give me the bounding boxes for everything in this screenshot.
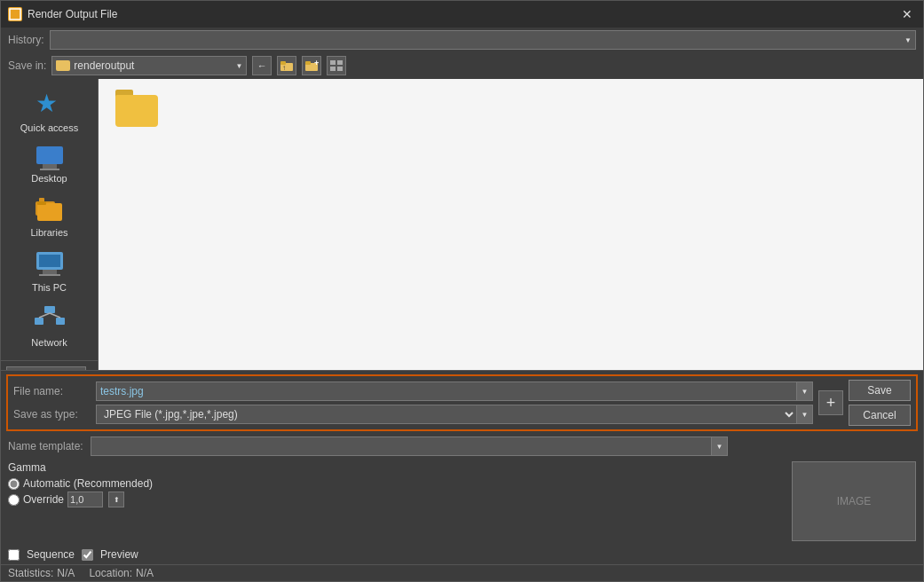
statistics-value: N/A	[57, 567, 75, 579]
statistics-item: Statistics: N/A	[8, 567, 75, 579]
file-name-row: File name: ▼	[13, 381, 813, 401]
sidebar-item-label: Quick access	[20, 122, 78, 133]
sidebar-buttons: Devices... Setup... Info... View	[1, 360, 98, 370]
svg-line-26	[39, 313, 50, 318]
options-section: Gamma Automatic (Recommended) Override ⬆…	[1, 458, 923, 545]
sidebar-item-this-pc[interactable]: This PC	[10, 245, 90, 298]
save-in-row: Save in: renderoutput ▼ ← ↑ +	[1, 52, 923, 79]
sidebar-item-libraries[interactable]: Libraries	[10, 191, 90, 243]
left-sidebar: ★ Quick access Desktop	[1, 79, 99, 370]
bottom-section: File name: ▼ Save as type: JPEG File (*.…	[1, 370, 923, 581]
override-row: Override ⬆	[8, 492, 778, 507]
sidebar-item-label: Network	[31, 337, 67, 348]
location-item: Location: N/A	[89, 567, 154, 579]
svg-rect-25	[56, 318, 65, 325]
file-name-input[interactable]	[96, 381, 797, 401]
sidebar-item-desktop[interactable]: Desktop	[10, 140, 90, 189]
gamma-section: Gamma Automatic (Recommended) Override ⬆	[8, 461, 778, 541]
view-button[interactable]	[327, 56, 346, 75]
statistics-label: Statistics:	[8, 567, 53, 579]
save-as-type-label: Save as type:	[13, 408, 89, 421]
desktop-icon	[36, 146, 64, 170]
history-arrow: ▼	[904, 36, 912, 44]
svg-rect-23	[44, 306, 55, 313]
preview-checkbox[interactable]	[82, 549, 93, 561]
libraries-icon	[36, 196, 64, 224]
name-template-arrow[interactable]: ▼	[712, 436, 728, 456]
preview-box: IMAGE	[792, 461, 916, 541]
star-icon: ★	[36, 91, 64, 120]
svg-point-1	[12, 12, 18, 17]
preview-label-text: Preview	[100, 548, 138, 561]
save-in-value: renderoutput	[74, 59, 134, 72]
override-spinner[interactable]: ⬆	[108, 492, 124, 507]
sidebar-item-quick-access[interactable]: ★ Quick access	[10, 86, 90, 138]
title-bar-left: Render Output File	[8, 7, 117, 21]
override-radio[interactable]	[8, 494, 20, 506]
cancel-button[interactable]: Cancel	[849, 405, 911, 426]
automatic-radio-row: Automatic (Recommended)	[8, 477, 778, 490]
sequence-label: Sequence	[27, 548, 75, 561]
folder-icon-large	[115, 90, 158, 127]
file-name-arrow[interactable]: ▼	[797, 381, 813, 401]
file-info-section: File name: ▼ Save as type: JPEG File (*.…	[6, 374, 918, 431]
svg-rect-24	[35, 318, 43, 325]
override-value-input[interactable]	[67, 492, 103, 507]
dialog-window: Render Output File ✕ History: ▼ Save in:…	[0, 0, 924, 582]
location-value: N/A	[136, 567, 154, 579]
location-label: Location:	[89, 567, 132, 579]
svg-line-27	[50, 313, 60, 318]
sidebar-nav: ★ Quick access Desktop	[1, 79, 98, 360]
back-button[interactable]: ←	[252, 56, 272, 75]
name-template-row: Name template: ▼	[1, 435, 923, 458]
stats-row: Statistics: N/A Location: N/A	[1, 564, 923, 581]
render-icon	[8, 7, 22, 21]
history-row: History: ▼	[1, 28, 923, 52]
file-fields: File name: ▼ Save as type: JPEG File (*.…	[13, 381, 813, 424]
svg-rect-18	[37, 201, 46, 205]
save-as-type-row: Save as type: JPEG File (*.jpg,*.jpe,*.j…	[13, 405, 813, 424]
svg-rect-10	[330, 67, 336, 71]
override-label: Override	[23, 493, 64, 506]
name-template-label: Name template:	[8, 440, 83, 452]
svg-rect-20	[39, 255, 60, 267]
main-area: ★ Quick access Desktop	[1, 79, 923, 370]
save-cancel-buttons: Save Cancel	[849, 380, 911, 426]
sidebar-item-network[interactable]: Network	[10, 300, 90, 353]
network-icon	[34, 305, 66, 334]
svg-rect-6	[305, 61, 311, 65]
sidebar-item-label: Libraries	[30, 227, 67, 238]
plus-button[interactable]: +	[818, 390, 843, 415]
name-template-input[interactable]	[91, 436, 712, 456]
svg-rect-8	[330, 60, 336, 65]
svg-rect-22	[39, 274, 60, 276]
folder-up-button[interactable]: ↑	[277, 56, 296, 75]
svg-rect-11	[337, 67, 343, 71]
history-combo[interactable]: ▼	[50, 30, 916, 50]
close-button[interactable]: ✕	[898, 5, 916, 23]
svg-rect-21	[43, 270, 57, 274]
file-name-label: File name:	[13, 385, 89, 397]
save-in-combo[interactable]: renderoutput ▼	[51, 56, 247, 75]
automatic-radio[interactable]	[8, 478, 20, 490]
history-label: History:	[8, 34, 44, 46]
svg-rect-9	[337, 60, 343, 65]
save-button[interactable]: Save	[849, 380, 911, 401]
save-in-label: Save in:	[8, 59, 46, 72]
new-folder-button[interactable]: +	[302, 56, 321, 75]
gamma-title: Gamma	[8, 461, 778, 474]
sequence-checkbox[interactable]	[8, 549, 20, 561]
sidebar-item-label: Desktop	[31, 173, 67, 184]
save-type-arrow[interactable]: ▼	[797, 405, 813, 424]
file-name-input-group: ▼	[96, 381, 813, 401]
save-as-type-select[interactable]: JPEG File (*.jpg,*.jpe,*.jpeg)	[96, 405, 797, 424]
file-browser	[99, 79, 923, 370]
sequence-preview-row: Sequence Preview	[1, 545, 923, 564]
svg-rect-13	[43, 164, 57, 169]
automatic-label: Automatic (Recommended)	[23, 477, 153, 490]
svg-text:+: +	[314, 59, 319, 67]
name-template-group: ▼	[91, 436, 916, 456]
folder-item[interactable]	[106, 86, 168, 130]
svg-rect-17	[37, 203, 62, 221]
sidebar-item-label: This PC	[32, 282, 67, 293]
